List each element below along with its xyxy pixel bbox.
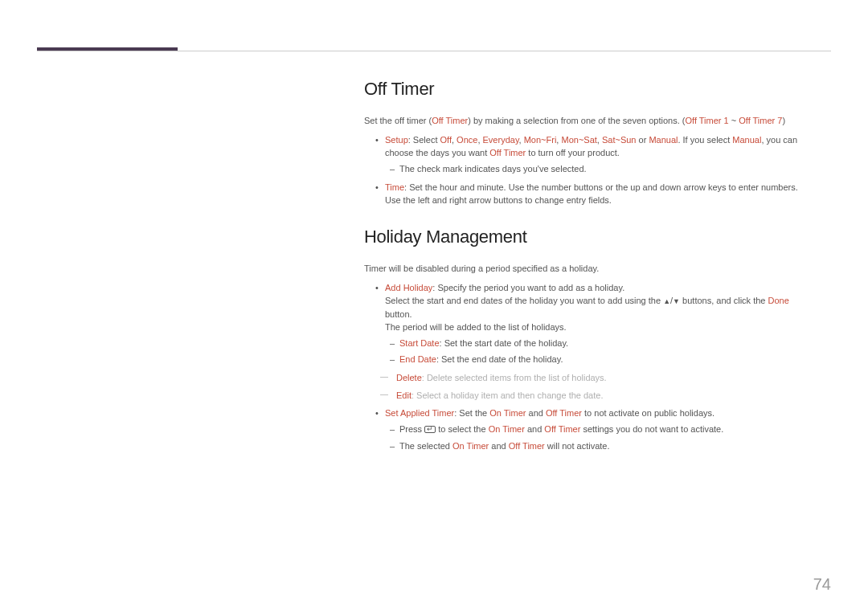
text: button. [385,309,412,319]
text-hl: Off Timer 7 [739,116,782,125]
text: . If you select [678,135,732,145]
text: : Select [408,135,440,145]
label: Setup [385,135,408,145]
page-content: Off Timer Set the off timer (Off Timer) … [364,76,814,457]
text: and [525,424,544,434]
dash-checkmark: The check mark indicates days you've sel… [385,162,814,175]
setup-sublist: The check mark indicates days you've sel… [385,162,814,175]
header-divider [37,51,831,51]
text: and [526,408,545,418]
text: : Set the start date of the holiday. [440,338,569,348]
text: Press [399,424,424,434]
add-sublist: Start Date: Set the start date of the ho… [385,337,814,366]
text: The selected [399,441,452,451]
label: Time [385,182,404,192]
note-edit: Edit: Select a holiday item and then cha… [385,389,814,402]
text-hl: Off Timer [544,424,580,434]
section-heading-holiday: Holiday Management [364,224,814,251]
label: Delete [396,373,422,382]
label: Start Date [399,338,440,348]
holiday-bullets: Add Holiday: Specify the period you want… [364,281,814,452]
dash-press-enter: Press to select the On Timer and Off Tim… [385,423,814,435]
text: : Set the end date of the holiday. [436,354,563,364]
text-hl: Everyday [483,135,519,145]
off-timer-intro: Set the off timer (Off Timer) by making … [364,114,814,127]
text: : Set the hour and minute. Use the numbe… [385,182,798,205]
text: buttons, and click the [680,296,768,305]
text-hl: Once [457,135,477,145]
note-delete: Delete: Delete selected items from the l… [385,371,814,384]
dash-start-date: Start Date: Set the start date of the ho… [385,337,814,349]
section-holiday: Holiday Management Timer will be disable… [364,224,814,452]
holiday-intro: Timer will be disabled during a period s… [364,262,814,275]
add-holiday-line2: Select the start and end dates of the ho… [385,294,814,321]
text: : Specify the period you want to add as … [432,283,624,292]
text-grey: : Delete selected items from the list of… [422,373,607,382]
bullet-set-applied-timer: Set Applied Timer: Set the On Timer and … [364,407,814,452]
text-hl: On Timer [489,408,526,418]
text: and [489,441,508,451]
dash-selected: The selected On Timer and Off Timer will… [385,439,814,452]
text-hl: Off Timer [546,408,582,418]
text: ~ [729,116,739,125]
label: Add Holiday [385,283,432,292]
off-timer-bullets: Setup: Select Off, Once, Everyday, Mon~F… [364,133,814,206]
text: ) [782,116,785,125]
text: or [636,135,649,145]
up-arrow-icon: ▲ [663,297,670,305]
text: to turn off your product. [526,148,620,157]
label: Edit [396,390,411,400]
text-hl: Manual [649,135,678,145]
text: will not activate. [545,441,610,451]
text: to select the [436,424,488,434]
bullet-setup: Setup: Select Off, Once, Everyday, Mon~F… [364,133,814,176]
text: Select the start and end dates of the ho… [385,296,663,305]
text: Set the off timer ( [364,116,432,125]
text-hl: On Timer [452,441,489,451]
enter-icon [424,426,436,433]
bullet-add-holiday: Add Holiday: Specify the period you want… [364,281,814,402]
text-hl: Off Timer 1 [685,116,728,125]
text: : Set the [454,408,489,418]
section-heading-off-timer: Off Timer [364,76,814,103]
page-number: 74 [813,575,831,594]
down-arrow-icon: ▼ [673,297,680,305]
text-hl: On Timer [489,424,525,434]
text-hl: Mon~Fri [524,135,557,145]
add-notes: Delete: Delete selected items from the l… [385,371,814,403]
text-hl: Sat~Sun [602,135,637,145]
text-hl: Off Timer [432,116,468,125]
text-hl: Mon~Sat [561,135,596,145]
text: ) by making a selection from one of the … [468,116,685,125]
label: Set Applied Timer [385,408,454,418]
text: settings you do not want to activate. [580,424,723,434]
text-hl: Done [768,296,788,305]
add-holiday-line3: The period will be added to the list of … [385,321,814,333]
text: to not activate on public holidays. [582,408,714,418]
text-hl: Off Timer [489,148,526,157]
text-hl: Off Timer [509,441,545,451]
text-grey: : Select a holiday item and then change … [411,390,604,400]
label: End Date [399,354,436,364]
bullet-time: Time: Set the hour and minute. Use the n… [364,181,814,207]
sat-sublist: Press to select the On Timer and Off Tim… [385,423,814,452]
text-hl: Manual [732,135,761,145]
text-hl: Off [440,135,452,145]
dash-end-date: End Date: Set the end date of the holida… [385,353,814,366]
